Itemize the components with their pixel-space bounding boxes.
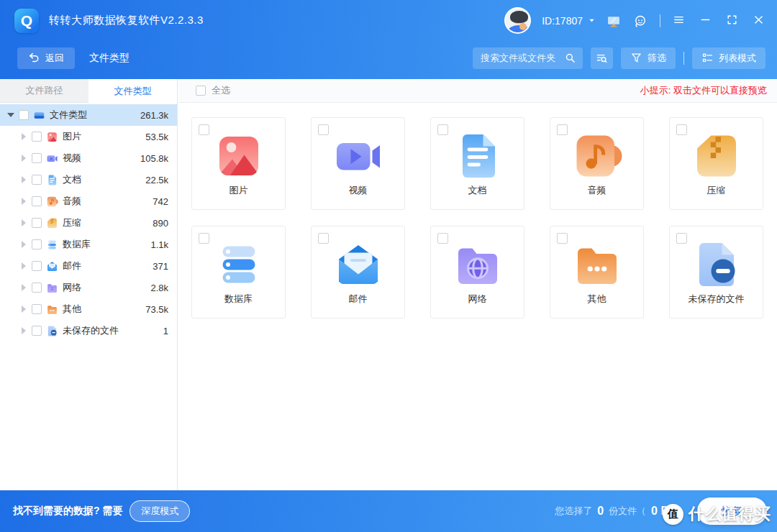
- file-type-grid: 图片视频文档音频压缩数据库邮件网络其他未保存的文件: [191, 117, 777, 318]
- image-icon: [46, 131, 58, 143]
- monitor-icon[interactable]: [606, 14, 621, 28]
- expand-arrow-icon[interactable]: [20, 133, 27, 140]
- tree-item[interactable]: 文件类型261.3k: [0, 104, 177, 126]
- tree-item-checkbox[interactable]: [32, 283, 42, 293]
- card-checkbox[interactable]: [676, 233, 687, 244]
- tree-item-count: 105.8k: [140, 153, 168, 164]
- deep-mode-button[interactable]: 深度模式: [130, 500, 190, 522]
- expand-arrow-icon[interactable]: [20, 241, 27, 248]
- file-type-card[interactable]: 数据库: [191, 226, 286, 318]
- search-input[interactable]: [481, 52, 564, 63]
- tree-item[interactable]: 文档22.5k: [0, 169, 177, 191]
- expand-arrow-icon[interactable]: [20, 176, 27, 183]
- card-checkbox[interactable]: [199, 124, 209, 135]
- list-mode-button[interactable]: 列表模式: [692, 47, 765, 69]
- expand-arrow-icon[interactable]: [20, 155, 27, 162]
- document-icon: [452, 130, 504, 182]
- support-icon[interactable]: [633, 14, 648, 28]
- search-box[interactable]: [473, 47, 583, 69]
- toolbar: 返回 文件类型 筛选 列表模式: [0, 41, 777, 79]
- content-area: 图片视频文档音频压缩数据库邮件网络其他未保存的文件: [178, 103, 777, 490]
- tree-item[interactable]: 邮件371: [0, 255, 177, 277]
- expand-arrow-icon[interactable]: [20, 306, 27, 313]
- tree-item-checkbox[interactable]: [32, 132, 42, 142]
- avatar-hair: [510, 11, 528, 23]
- card-label: 其他: [588, 293, 606, 306]
- card-checkbox[interactable]: [557, 233, 568, 244]
- file-type-card[interactable]: 未保存的文件: [669, 226, 763, 318]
- tree-item-checkbox[interactable]: [19, 110, 29, 120]
- tree-item[interactable]: 图片53.5k: [0, 126, 177, 147]
- card-checkbox[interactable]: [318, 124, 329, 135]
- tree-item-checkbox[interactable]: [32, 153, 42, 163]
- tree-item[interactable]: 视频105.8k: [0, 147, 177, 169]
- tree-item-count: 1: [163, 326, 168, 336]
- tree-item-checkbox[interactable]: [32, 326, 42, 336]
- expand-arrow-icon[interactable]: [20, 198, 27, 205]
- tree-item[interactable]: 音频742: [0, 191, 177, 212]
- card-label: 压缩: [707, 184, 726, 197]
- search-in-results-button[interactable]: [591, 47, 613, 69]
- tree-item[interactable]: 网络2.8k: [0, 277, 177, 298]
- tree-item-label: 邮件: [63, 260, 81, 272]
- user-id-dropdown[interactable]: ID:17807: [542, 15, 596, 27]
- tree-item-count: 22.5k: [145, 175, 168, 185]
- back-label: 返回: [45, 52, 64, 65]
- tree-item-checkbox[interactable]: [32, 239, 42, 249]
- card-label: 文档: [468, 184, 487, 197]
- filter-button[interactable]: 筛选: [621, 47, 676, 69]
- file-type-card[interactable]: 压缩: [669, 117, 763, 210]
- sidebar-tab-file-path[interactable]: 文件路径: [0, 79, 88, 103]
- sidebar-tab-file-type[interactable]: 文件类型: [88, 79, 177, 103]
- maximize-icon[interactable]: [726, 14, 740, 28]
- mail-icon: [46, 260, 58, 272]
- tree-item-checkbox[interactable]: [32, 218, 42, 228]
- expand-arrow-icon[interactable]: [20, 327, 27, 334]
- tree-item[interactable]: 其他73.5k: [0, 298, 177, 320]
- tree-item-count: 2.8k: [150, 283, 168, 293]
- minimize-icon[interactable]: [699, 14, 714, 28]
- card-label: 数据库: [224, 293, 253, 306]
- card-checkbox[interactable]: [199, 233, 209, 244]
- card-checkbox[interactable]: [437, 124, 448, 135]
- file-type-card[interactable]: 音频: [550, 117, 644, 210]
- tree-item[interactable]: 数据库1.1k: [0, 234, 177, 255]
- close-icon[interactable]: [753, 14, 767, 28]
- tree-item-checkbox[interactable]: [32, 175, 42, 185]
- tree-item-label: 视频: [63, 152, 81, 165]
- file-type-card[interactable]: 图片: [191, 117, 286, 210]
- network-icon: [452, 239, 504, 290]
- toolbar-divider: [683, 52, 684, 65]
- user-avatar[interactable]: [504, 7, 531, 34]
- menu-icon[interactable]: [673, 14, 687, 28]
- database-icon: [46, 239, 58, 251]
- window-icons: [606, 14, 767, 28]
- smzdm-watermark: 值 什么值得买: [663, 503, 771, 525]
- card-checkbox[interactable]: [557, 124, 568, 135]
- tree-item-count: 890: [153, 218, 168, 229]
- file-type-card[interactable]: 其他: [550, 226, 644, 318]
- tree-item[interactable]: 压缩890: [0, 212, 177, 234]
- collapse-arrow-icon[interactable]: [7, 113, 14, 117]
- file-type-card[interactable]: 文档: [430, 117, 524, 210]
- card-checkbox[interactable]: [676, 124, 687, 135]
- breadcrumb: 文件类型: [89, 52, 130, 65]
- selection-prefix: 您选择了: [555, 505, 592, 518]
- expand-arrow-icon[interactable]: [20, 262, 27, 270]
- tree-item[interactable]: 未保存的文件1: [0, 320, 177, 341]
- app-window: Q 转转大师数据恢复软件V2.2.3.3 ID:17807 返回: [0, 0, 777, 532]
- search-icon[interactable]: [564, 52, 576, 64]
- file-type-card[interactable]: 邮件: [311, 226, 405, 318]
- select-all-checkbox[interactable]: [196, 86, 206, 96]
- card-checkbox[interactable]: [437, 233, 448, 244]
- file-type-card[interactable]: 视频: [311, 117, 405, 210]
- tree-item-checkbox[interactable]: [32, 261, 42, 271]
- file-type-card[interactable]: 网络: [430, 226, 524, 318]
- back-button[interactable]: 返回: [17, 47, 75, 69]
- tree-item-checkbox[interactable]: [32, 304, 42, 314]
- tree-item-checkbox[interactable]: [32, 196, 42, 206]
- expand-arrow-icon[interactable]: [20, 284, 27, 291]
- file-type-tree: 文件类型261.3k图片53.5k视频105.8k文档22.5k音频742压缩8…: [0, 103, 177, 341]
- expand-arrow-icon[interactable]: [20, 219, 27, 226]
- card-checkbox[interactable]: [318, 233, 329, 244]
